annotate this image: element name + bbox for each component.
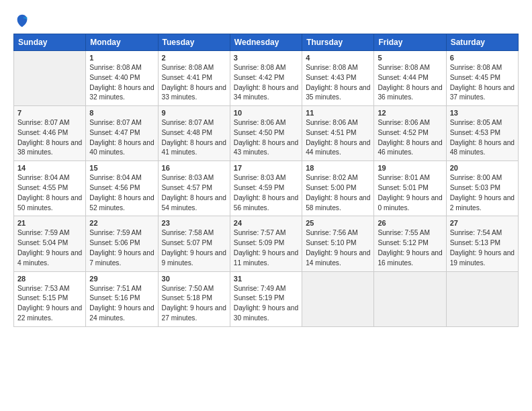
day-number: 24 bbox=[234, 219, 298, 227]
sunrise: Sunrise: 7:54 AM bbox=[450, 229, 502, 236]
daylight: Daylight: 8 hours and 52 minutes. bbox=[89, 194, 154, 212]
daylight: Daylight: 8 hours and 33 minutes. bbox=[162, 84, 226, 101]
day-info: Sunrise: 8:06 AMSunset: 4:51 PMDaylight:… bbox=[306, 118, 370, 158]
sunset: Sunset: 5:00 PM bbox=[306, 184, 356, 191]
col-header-thursday: Thursday bbox=[302, 34, 374, 51]
page: SundayMondayTuesdayWednesdayThursdayFrid… bbox=[0, 0, 532, 334]
daylight: Daylight: 9 hours and 24 minutes. bbox=[89, 304, 154, 322]
day-cell: 15Sunrise: 8:04 AMSunset: 4:56 PMDayligh… bbox=[86, 161, 158, 216]
day-cell: 30Sunrise: 7:50 AMSunset: 5:18 PMDayligh… bbox=[158, 271, 230, 326]
day-number: 27 bbox=[450, 219, 515, 227]
day-number: 16 bbox=[162, 164, 226, 172]
day-cell: 8Sunrise: 8:07 AMSunset: 4:47 PMDaylight… bbox=[86, 106, 158, 161]
daylight: Daylight: 9 hours and 27 minutes. bbox=[162, 304, 226, 322]
week-row-3: 14Sunrise: 8:04 AMSunset: 4:55 PMDayligh… bbox=[14, 161, 519, 216]
day-number: 30 bbox=[162, 275, 226, 283]
day-info: Sunrise: 8:00 AMSunset: 5:03 PMDaylight:… bbox=[450, 173, 515, 213]
day-cell: 2Sunrise: 8:08 AMSunset: 4:41 PMDaylight… bbox=[158, 51, 230, 106]
sunset: Sunset: 4:42 PM bbox=[234, 74, 284, 81]
sunrise: Sunrise: 8:01 AM bbox=[378, 174, 430, 181]
sunrise: Sunrise: 8:00 AM bbox=[450, 174, 502, 181]
sunrise: Sunrise: 8:02 AM bbox=[306, 174, 358, 181]
sunset: Sunset: 4:52 PM bbox=[378, 129, 428, 136]
sunset: Sunset: 4:45 PM bbox=[450, 74, 500, 81]
daylight: Daylight: 9 hours and 9 minutes. bbox=[162, 249, 226, 267]
day-cell: 5Sunrise: 8:08 AMSunset: 4:44 PMDaylight… bbox=[374, 51, 446, 106]
daylight: Daylight: 9 hours and 4 minutes. bbox=[17, 249, 82, 267]
day-cell: 31Sunrise: 7:49 AMSunset: 5:19 PMDayligh… bbox=[230, 271, 302, 326]
sunrise: Sunrise: 7:56 AM bbox=[306, 229, 358, 236]
daylight: Daylight: 8 hours and 40 minutes. bbox=[89, 139, 154, 156]
sunset: Sunset: 5:13 PM bbox=[450, 239, 500, 246]
daylight: Daylight: 9 hours and 14 minutes. bbox=[306, 249, 370, 267]
day-cell: 9Sunrise: 8:07 AMSunset: 4:48 PMDaylight… bbox=[158, 106, 230, 161]
day-info: Sunrise: 7:57 AMSunset: 5:09 PMDaylight:… bbox=[234, 228, 298, 268]
daylight: Daylight: 8 hours and 43 minutes. bbox=[234, 139, 298, 156]
week-row-5: 28Sunrise: 7:53 AMSunset: 5:15 PMDayligh… bbox=[14, 271, 519, 326]
day-info: Sunrise: 8:07 AMSunset: 4:46 PMDaylight:… bbox=[17, 118, 82, 158]
sunrise: Sunrise: 7:58 AM bbox=[162, 229, 214, 236]
day-info: Sunrise: 8:02 AMSunset: 5:00 PMDaylight:… bbox=[306, 173, 370, 213]
day-info: Sunrise: 7:53 AMSunset: 5:15 PMDaylight:… bbox=[17, 284, 82, 324]
day-number: 29 bbox=[89, 275, 154, 283]
daylight: Daylight: 9 hours and 16 minutes. bbox=[378, 249, 442, 267]
sunset: Sunset: 5:06 PM bbox=[89, 239, 140, 246]
day-number: 3 bbox=[234, 54, 298, 62]
sunrise: Sunrise: 7:53 AM bbox=[17, 285, 70, 292]
daylight: Daylight: 9 hours and 11 minutes. bbox=[234, 249, 298, 267]
sunset: Sunset: 5:18 PM bbox=[162, 294, 212, 302]
col-header-monday: Monday bbox=[86, 34, 158, 51]
sunrise: Sunrise: 8:08 AM bbox=[450, 64, 502, 71]
day-cell: 24Sunrise: 7:57 AMSunset: 5:09 PMDayligh… bbox=[230, 216, 302, 271]
daylight: Daylight: 8 hours and 50 minutes. bbox=[17, 194, 82, 212]
daylight: Daylight: 8 hours and 46 minutes. bbox=[378, 139, 442, 156]
daylight: Daylight: 8 hours and 34 minutes. bbox=[234, 84, 298, 101]
day-number: 10 bbox=[234, 109, 298, 117]
day-cell: 21Sunrise: 7:59 AMSunset: 5:04 PMDayligh… bbox=[14, 216, 86, 271]
day-number: 2 bbox=[162, 54, 226, 62]
sunset: Sunset: 4:47 PM bbox=[89, 129, 140, 136]
sunset: Sunset: 4:56 PM bbox=[89, 184, 140, 191]
daylight: Daylight: 9 hours and 30 minutes. bbox=[234, 304, 298, 322]
sunrise: Sunrise: 7:51 AM bbox=[89, 285, 142, 292]
day-info: Sunrise: 7:58 AMSunset: 5:07 PMDaylight:… bbox=[162, 228, 226, 268]
day-number: 26 bbox=[378, 219, 442, 227]
sunrise: Sunrise: 8:06 AM bbox=[234, 119, 286, 126]
sunset: Sunset: 4:50 PM bbox=[234, 129, 284, 136]
day-cell: 1Sunrise: 8:08 AMSunset: 4:40 PMDaylight… bbox=[86, 51, 158, 106]
day-number: 20 bbox=[450, 164, 515, 172]
day-info: Sunrise: 7:59 AMSunset: 5:04 PMDaylight:… bbox=[17, 228, 82, 268]
sunset: Sunset: 5:09 PM bbox=[234, 239, 284, 246]
day-number: 28 bbox=[17, 275, 82, 283]
daylight: Daylight: 8 hours and 35 minutes. bbox=[306, 84, 370, 101]
sunrise: Sunrise: 8:04 AM bbox=[17, 174, 70, 181]
daylight: Daylight: 8 hours and 36 minutes. bbox=[378, 84, 442, 101]
day-cell: 19Sunrise: 8:01 AMSunset: 5:01 PMDayligh… bbox=[374, 161, 446, 216]
day-info: Sunrise: 7:49 AMSunset: 5:19 PMDaylight:… bbox=[234, 284, 298, 324]
sunset: Sunset: 4:57 PM bbox=[162, 184, 212, 191]
day-number: 8 bbox=[89, 109, 154, 117]
sunrise: Sunrise: 8:08 AM bbox=[89, 64, 142, 71]
sunrise: Sunrise: 8:04 AM bbox=[89, 174, 142, 181]
day-info: Sunrise: 7:51 AMSunset: 5:16 PMDaylight:… bbox=[89, 284, 154, 324]
sunrise: Sunrise: 7:49 AM bbox=[234, 285, 286, 292]
day-number: 15 bbox=[89, 164, 154, 172]
sunrise: Sunrise: 8:06 AM bbox=[306, 119, 358, 126]
day-cell: 22Sunrise: 7:59 AMSunset: 5:06 PMDayligh… bbox=[86, 216, 158, 271]
sunrise: Sunrise: 8:08 AM bbox=[162, 64, 214, 71]
day-info: Sunrise: 8:08 AMSunset: 4:43 PMDaylight:… bbox=[306, 63, 370, 103]
sunset: Sunset: 4:48 PM bbox=[162, 129, 212, 136]
day-info: Sunrise: 7:50 AMSunset: 5:18 PMDaylight:… bbox=[162, 284, 226, 324]
day-cell: 11Sunrise: 8:06 AMSunset: 4:51 PMDayligh… bbox=[302, 106, 374, 161]
daylight: Daylight: 8 hours and 41 minutes. bbox=[162, 139, 226, 156]
col-header-tuesday: Tuesday bbox=[158, 34, 230, 51]
day-info: Sunrise: 8:03 AMSunset: 4:57 PMDaylight:… bbox=[162, 173, 226, 213]
daylight: Daylight: 9 hours and 19 minutes. bbox=[450, 249, 515, 267]
logo-icon bbox=[15, 13, 30, 28]
sunrise: Sunrise: 8:07 AM bbox=[17, 119, 70, 126]
sunrise: Sunrise: 7:59 AM bbox=[89, 229, 142, 236]
daylight: Daylight: 8 hours and 56 minutes. bbox=[234, 194, 298, 212]
day-cell bbox=[446, 271, 518, 326]
sunset: Sunset: 4:51 PM bbox=[306, 129, 356, 136]
sunset: Sunset: 5:07 PM bbox=[162, 239, 212, 246]
